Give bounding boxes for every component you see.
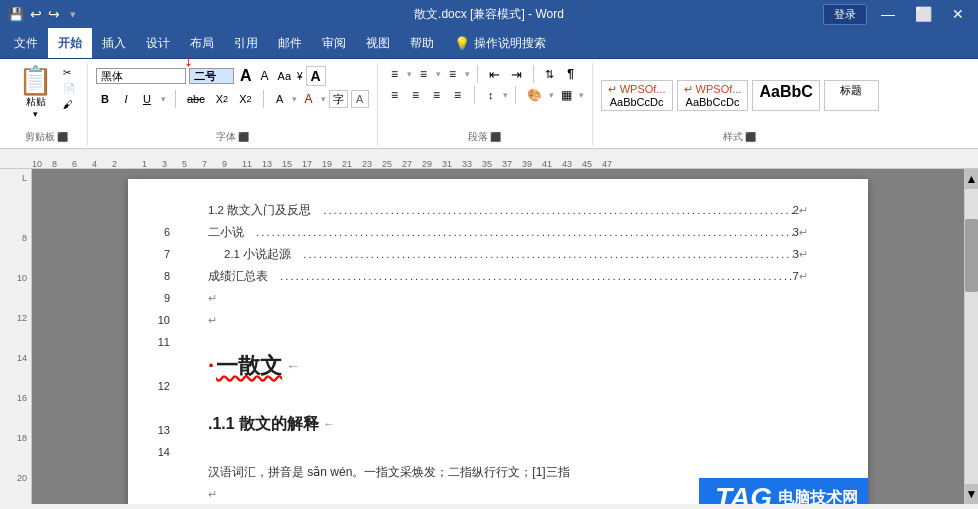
highlight-button[interactable]: A <box>271 90 289 108</box>
tab-review[interactable]: 审阅 <box>312 28 356 58</box>
save-icon[interactable]: 💾 <box>8 7 24 22</box>
scroll-thumb[interactable] <box>965 219 978 293</box>
para-row-2: ≡ ≡ ≡ ≡ ↕ ▾ 🎨 ▾ ▦ ▾ <box>386 86 584 104</box>
underline-button[interactable]: U <box>138 90 156 108</box>
clear-format-button[interactable]: ¥ <box>297 71 303 82</box>
align-center-button[interactable]: ≡ <box>407 86 425 104</box>
ruler-mark: 21 <box>342 159 352 169</box>
line-spacing-button[interactable]: ↕ <box>482 86 500 104</box>
copy-button[interactable]: 📄 <box>59 81 79 96</box>
minimize-button[interactable]: — <box>875 4 901 24</box>
tab-view[interactable]: 视图 <box>356 28 400 58</box>
decrease-indent-button[interactable]: ⇤ <box>485 65 504 83</box>
line-spacing-arrow[interactable]: ▾ <box>503 90 508 100</box>
numbering-button[interactable]: ≡ <box>415 65 433 83</box>
superscript-button[interactable]: X2 <box>235 90 255 108</box>
char-border-button[interactable]: A <box>351 90 369 108</box>
justify-button[interactable]: ≡ <box>449 86 467 104</box>
ruler-mark: 19 <box>322 159 332 169</box>
para-expand-icon[interactable]: ⬛ <box>490 132 501 142</box>
tab-mailings[interactable]: 邮件 <box>268 28 312 58</box>
align-right-button[interactable]: ≡ <box>428 86 446 104</box>
toc-line-1: 1.2 散文入门及反思 ............................… <box>208 199 808 221</box>
scroll-down-button[interactable]: ▼ <box>965 484 978 504</box>
paste-label: 粘贴 <box>26 95 46 109</box>
subscript-button[interactable]: X2 <box>212 90 232 108</box>
numbering-arrow[interactable]: ▾ <box>436 69 441 79</box>
vertical-scrollbar[interactable]: ▲ ▼ <box>964 169 978 504</box>
underline-arrow[interactable]: ▾ <box>159 94 168 104</box>
font-expand-icon[interactable]: ⬛ <box>238 132 249 142</box>
redo-icon[interactable]: ↪ <box>48 6 60 22</box>
style-heading1[interactable]: AaBbC <box>752 80 819 111</box>
tab-help[interactable]: 帮助 <box>400 28 444 58</box>
tab-home[interactable]: 开始 <box>48 28 92 58</box>
borders-arrow[interactable]: ▾ <box>579 90 584 100</box>
login-button[interactable]: 登录 <box>823 4 867 25</box>
tab-design[interactable]: 设计 <box>136 28 180 58</box>
tab-file[interactable]: 文件 <box>4 28 48 58</box>
document-scroll-area[interactable]: 6 7 8 9 10 11 12 13 14 1.2 散文入门及反思 .....… <box>32 169 964 504</box>
clipboard-expand-icon[interactable]: ⬛ <box>57 132 68 142</box>
cut-button[interactable]: ✂ <box>59 65 79 80</box>
vruler-mark: 8 <box>0 233 31 253</box>
strikethrough-button[interactable]: abc <box>183 90 209 108</box>
toc-dots-2: ........................................… <box>252 226 793 238</box>
line-num-13: 13 <box>128 419 170 441</box>
font-color-button[interactable]: A <box>300 90 318 108</box>
ruler-mark: 17 <box>302 159 312 169</box>
tab-insert[interactable]: 插入 <box>92 28 136 58</box>
styles-controls: ↵ WPSOf... AaBbCcDc ↵ WPSOf... AaBbCcDc … <box>601 63 879 128</box>
vertical-ruler: L 8 10 12 14 16 18 20 22 <box>0 169 32 504</box>
italic-button[interactable]: I <box>117 90 135 108</box>
borders-button[interactable]: ▦ <box>557 86 576 104</box>
paste-button[interactable]: 📋 粘贴 ▾ <box>14 65 57 121</box>
show-formatting-button[interactable]: ¶ <box>562 65 580 83</box>
align-left-button[interactable]: ≡ <box>386 86 404 104</box>
bold-button[interactable]: B <box>96 90 114 108</box>
multilevel-list-button[interactable]: ≡ <box>444 65 462 83</box>
increase-indent-button[interactable]: ⇥ <box>507 65 526 83</box>
line-num-8: 8 <box>128 265 170 287</box>
bullets-arrow[interactable]: ▾ <box>407 69 412 79</box>
tab-references[interactable]: 引用 <box>224 28 268 58</box>
vruler-mark <box>0 493 31 504</box>
font-color-arrow[interactable]: ▾ <box>321 94 326 104</box>
quick-access-arrow[interactable]: ▾ <box>70 8 76 21</box>
change-case-button[interactable]: Aa <box>275 68 294 84</box>
style-normal[interactable]: ↵ WPSOf... AaBbCcDc <box>601 80 673 111</box>
undo-icon[interactable]: ↩ <box>30 6 42 22</box>
char-format-button[interactable]: A <box>306 66 326 86</box>
highlight-arrow[interactable]: ▾ <box>292 94 297 104</box>
styles-expand-icon[interactable]: ⬛ <box>745 132 756 142</box>
multilevel-arrow[interactable]: ▾ <box>465 69 470 79</box>
shading-button[interactable]: 🎨 <box>523 86 546 104</box>
font-size-increase-button[interactable]: A <box>237 65 255 87</box>
toc-text-3: 2.1 小说起源 <box>208 247 299 262</box>
toc-text: 1.2 散文入门及反思 <box>208 203 319 218</box>
vruler-mark <box>0 333 31 353</box>
window-title: 散文.docx [兼容模式] - Word <box>414 6 564 23</box>
ruler-mark: 3 <box>162 159 167 169</box>
tab-search[interactable]: 💡 操作说明搜索 <box>444 28 556 58</box>
bullets-button[interactable]: ≡ <box>386 65 404 83</box>
vruler-mark: 20 <box>0 473 31 493</box>
char-shading-button[interactable]: 字 <box>329 90 348 108</box>
font-size-input[interactable] <box>189 68 234 84</box>
scroll-up-button[interactable]: ▲ <box>965 169 978 189</box>
para-divider-1 <box>477 65 478 83</box>
format-painter-button[interactable]: 🖌 <box>59 97 79 112</box>
ruler-mark: 41 <box>542 159 552 169</box>
font-size-decrease-button[interactable]: A <box>258 67 272 85</box>
empty-line-10: ↵ <box>208 309 808 331</box>
pilcrow-2: ↵ <box>799 226 808 239</box>
font-name-input[interactable] <box>96 68 186 84</box>
restore-button[interactable]: ⬜ <box>909 4 938 24</box>
shading-arrow[interactable]: ▾ <box>549 90 554 100</box>
ribbon-group-styles: ↵ WPSOf... AaBbCcDc ↵ WPSOf... AaBbCcDc … <box>593 63 887 146</box>
style-title[interactable]: 标题 <box>824 80 879 111</box>
close-button[interactable]: ✕ <box>946 4 970 24</box>
pilcrow: ↵ <box>799 204 808 217</box>
style-no-spacing[interactable]: ↵ WPSOf... AaBbCcDc <box>677 80 749 111</box>
sort-button[interactable]: ⇅ <box>541 65 559 83</box>
